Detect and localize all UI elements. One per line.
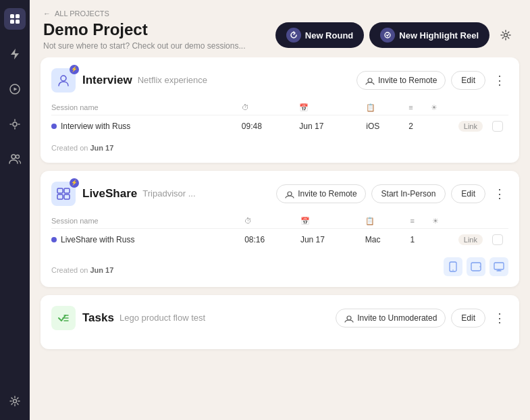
new-round-label: New Round [305, 30, 354, 41]
col-count-icon: ≡ [408, 101, 431, 115]
breadcrumb[interactable]: ← ALL PROJECTS [43, 9, 516, 18]
ls-session-name-cell: LiveShare with Russ [51, 235, 239, 244]
table-row: LiveShare with Russ 08:16 Jun 17 Mac 1 L… [51, 228, 508, 251]
liveshare-start-button[interactable]: Start In-Person [371, 184, 446, 203]
svg-point-11 [16, 155, 20, 159]
session-empty [431, 115, 458, 137]
cards-list: ⚡ Interview Netflix experience Invite to… [30, 57, 530, 420]
liveshare-card: ⚡ LiveShare Tripadvisor ... Invite to Re… [41, 171, 519, 287]
tasks-more-button[interactable]: ⋮ [491, 309, 508, 327]
liveshare-edit-button[interactable]: Edit [451, 184, 485, 203]
ls-session-dot [51, 237, 57, 242]
ls-session-count: 1 [410, 228, 432, 251]
ls-link-badge[interactable]: Link [458, 234, 483, 245]
main-content: ← ALL PROJECTS Demo Project Not sure whe… [30, 0, 530, 420]
sidebar-icon-people[interactable] [4, 149, 26, 170]
device-tablet-icon [467, 257, 485, 276]
tasks-invite-button[interactable]: Invite to Unmoderated [336, 309, 446, 327]
svg-point-14 [504, 34, 508, 37]
device-phone-icon [444, 257, 462, 276]
svg-point-5 [13, 122, 17, 126]
interview-actions: Invite to Remote Edit ⋮ [356, 71, 508, 90]
tasks-invite-label: Invite to Unmoderated [357, 313, 437, 323]
col-sun-icon: ☀ [431, 101, 458, 115]
sidebar-icon-sun[interactable] [4, 113, 26, 135]
session-date: Jun 17 [299, 115, 366, 137]
svg-rect-2 [10, 20, 14, 24]
liveshare-invite-label: Invite to Remote [298, 189, 356, 199]
session-time: 09:48 [242, 115, 299, 137]
sidebar-icon-home[interactable] [4, 8, 26, 30]
interview-invite-label: Invite to Remote [378, 76, 437, 85]
sidebar-icon-play[interactable] [4, 78, 26, 100]
sidebar-icon-lightning[interactable] [4, 43, 26, 65]
page-subtitle: Not sure where to start? Check out our d… [43, 41, 245, 51]
ls-col-date-icon: 📅 [300, 214, 365, 229]
svg-rect-22 [471, 263, 481, 271]
sidebar [0, 0, 30, 420]
svg-rect-17 [64, 188, 70, 193]
ls-col-count-icon: ≡ [410, 214, 432, 229]
interview-card-icon: ⚡ [51, 68, 76, 93]
liveshare-actions: Invite to Remote Start In-Person Edit ⋮ [276, 184, 508, 203]
ls-col-platform-icon: 📋 [365, 214, 410, 229]
svg-point-13 [385, 32, 390, 38]
tasks-title: Tasks [82, 311, 114, 325]
settings-button[interactable] [495, 24, 516, 46]
ls-session-time: 08:16 [244, 228, 300, 251]
ls-col-session-name: Session name [51, 214, 244, 229]
interview-title: Interview [82, 74, 132, 87]
page-title: Demo Project [43, 20, 245, 40]
ls-row-checkbox[interactable] [492, 234, 503, 245]
tasks-edit-label: Edit [461, 313, 475, 323]
interview-table: Session name ⏱ 📅 📋 ≡ ☀ I [51, 101, 508, 137]
interview-more-button[interactable]: ⋮ [491, 72, 508, 89]
liveshare-lightning-badge: ⚡ [70, 178, 79, 188]
interview-subtitle: Netflix experience [138, 75, 207, 85]
interview-edit-label: Edit [461, 76, 475, 85]
liveshare-footer-row: Created on Jun 17 [51, 257, 508, 276]
new-highlight-button[interactable]: New Highlight Reel [369, 22, 489, 48]
session-name-cell: Interview with Russ [51, 122, 236, 131]
row-checkbox[interactable] [492, 121, 503, 132]
tasks-edit-button[interactable]: Edit [451, 309, 485, 327]
liveshare-card-header: ⚡ LiveShare Tripadvisor ... Invite to Re… [51, 182, 508, 206]
svg-rect-3 [16, 20, 20, 24]
new-round-button[interactable]: New Round [275, 22, 365, 48]
sidebar-icon-settings[interactable] [4, 390, 26, 412]
liveshare-invite-button[interactable]: Invite to Remote [276, 184, 365, 203]
liveshare-subtitle: Tripadvisor ... [142, 188, 195, 199]
svg-rect-16 [57, 188, 63, 193]
session-dot [51, 124, 57, 129]
svg-rect-0 [10, 14, 14, 18]
table-row: Interview with Russ 09:48 Jun 17 iOS 2 L… [51, 115, 508, 137]
link-badge[interactable]: Link [458, 121, 483, 132]
col-date-icon: 📅 [299, 101, 366, 115]
interview-invite-button[interactable]: Invite to Remote [356, 71, 446, 90]
interview-edit-button[interactable]: Edit [451, 71, 485, 90]
liveshare-edit-label: Edit [461, 189, 475, 199]
back-arrow-icon: ← [43, 9, 51, 18]
ls-session-link-cell: Link [458, 228, 508, 251]
svg-point-12 [14, 400, 17, 403]
interview-card-header: ⚡ Interview Netflix experience Invite to… [51, 68, 508, 93]
ls-session-empty [432, 228, 458, 251]
new-highlight-icon [380, 28, 395, 43]
interview-footer: Created on Jun 17 [51, 144, 508, 152]
session-platform: iOS [366, 115, 408, 137]
header-actions: New Round New Highlight Reel [275, 22, 516, 48]
new-highlight-label: New Highlight Reel [399, 30, 479, 41]
liveshare-table: Session name ⏱ 📅 📋 ≡ ☀ L [51, 214, 508, 251]
col-platform-icon: 📋 [366, 101, 408, 115]
device-icons [444, 257, 508, 276]
ls-session-name: LiveShare with Russ [61, 235, 134, 244]
svg-point-10 [11, 155, 16, 159]
tasks-subtitle: Lego product flow test [120, 313, 205, 323]
svg-point-23 [479, 266, 481, 267]
liveshare-start-label: Start In-Person [381, 189, 436, 199]
svg-rect-1 [16, 14, 20, 18]
ls-col-time-icon: ⏱ [244, 214, 300, 229]
svg-rect-19 [64, 194, 70, 199]
session-link-cell: Link [458, 115, 508, 137]
liveshare-more-button[interactable]: ⋮ [491, 185, 508, 203]
